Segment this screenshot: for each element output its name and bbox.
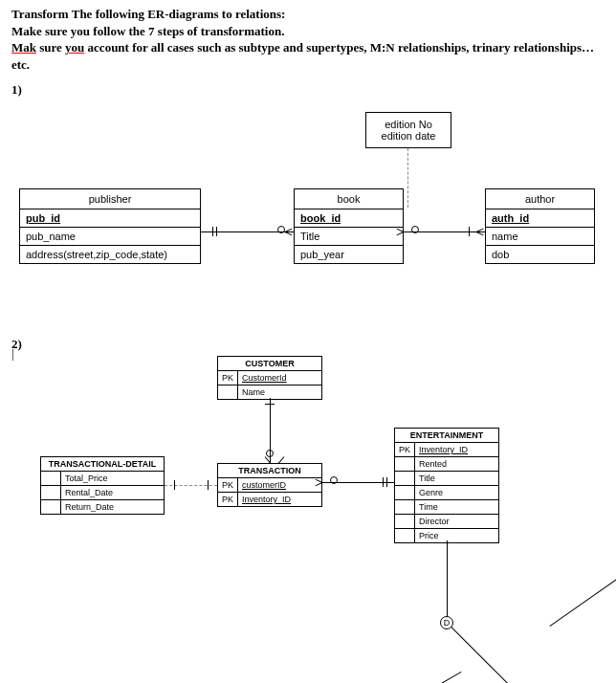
edition-no: edition No [374, 119, 443, 130]
ent-title: ENTERTAINMENT [394, 428, 499, 443]
author-name: name [486, 227, 594, 245]
publisher-name: pub_name [20, 227, 200, 245]
tdetail-return: Return_Date [61, 500, 165, 515]
er-diagram-2: | CUSTOMER PKCustomerId Name TRANSACTION… [11, 356, 605, 683]
customer-title: CUSTOMER [217, 356, 322, 371]
entity-customer: CUSTOMER PKCustomerId Name [217, 356, 322, 400]
author-pk: auth_id [486, 209, 594, 227]
book-title: book [295, 189, 403, 209]
dashed-connector [407, 148, 408, 208]
publisher-pk: pub_id [20, 209, 200, 227]
instr-line3d: account for all cases such as subtype an… [11, 40, 594, 72]
tdetail-price: Total_Price [61, 472, 165, 486]
ent-rented: Rented [415, 457, 499, 472]
author-dob: dob [486, 245, 594, 263]
ent-titleattr: Title [415, 472, 499, 486]
instr-you: you [65, 40, 84, 55]
customer-pk-label: PK [217, 371, 238, 386]
card-notch-3 [469, 227, 470, 236]
text-cursor: | [11, 346, 14, 362]
author-title: author [486, 189, 594, 209]
zero-circle-ct [266, 450, 274, 457]
book-pk: book_id [295, 209, 403, 227]
card-notch-1 [212, 227, 213, 236]
customer-pk: CustomerId [238, 371, 322, 386]
trans-pk1-label: PK [217, 478, 238, 493]
edition-date: edition date [374, 130, 443, 142]
entity-book: book book_id Title pub_year [294, 188, 404, 264]
ent-price: Price [415, 529, 499, 543]
ent-genre: Genre [415, 486, 499, 500]
trans-pk2: Inventory_ID [238, 493, 322, 507]
diag-movie [549, 562, 616, 627]
ent-director: Director [415, 515, 499, 529]
notch-ent1 [383, 477, 384, 487]
entity-author: author auth_id name dob [485, 188, 595, 264]
instr-line3b: sure [36, 40, 65, 55]
er-diagram-1: edition No edition date publisher pub_id… [11, 98, 605, 327]
diag-tvshow [451, 627, 518, 683]
instr-line1: Transform The following ER-diagrams to r… [11, 7, 285, 21]
entity-publisher: publisher pub_id pub_name address(street… [19, 188, 201, 264]
question-1-label: 1) [11, 82, 605, 98]
trans-pk1: customerID [238, 478, 322, 493]
notch-td1 [174, 480, 175, 490]
notch-cust [265, 404, 275, 405]
instr-line2: Make sure you follow the 7 steps of tran… [11, 24, 284, 38]
publisher-title: publisher [20, 189, 200, 209]
weak-entity-edition: edition No edition date [365, 112, 451, 148]
question-2-label: 2) [11, 337, 605, 352]
ent-pk-label: PK [394, 443, 415, 457]
book-pubyear: pub_year [295, 245, 403, 263]
dash-tdetail-trans [165, 485, 217, 486]
entity-transaction: TRANSACTION PKcustomerID PKInventory_ID [217, 463, 322, 507]
book-title-attr: Title [295, 227, 403, 245]
card-notch-2 [216, 227, 217, 236]
ent-time: Time [415, 500, 499, 515]
publisher-address: address(street,zip_code,state) [20, 245, 200, 263]
tdetail-title: TRANSACTIONAL-DETAIL [40, 456, 165, 472]
disc-label: D [444, 618, 451, 628]
notch-ent2 [386, 477, 387, 487]
transaction-title: TRANSACTION [217, 463, 322, 478]
entity-transactional-detail: TRANSACTIONAL-DETAIL Total_Price Rental_… [40, 456, 165, 515]
tdetail-rental: Rental_Date [61, 486, 165, 500]
ent-pk: Inventory_ID [415, 443, 499, 457]
instr-mak: Mak [11, 40, 36, 55]
trans-pk2-label: PK [217, 493, 238, 507]
customer-name: Name [238, 386, 322, 400]
line-disc-movie [362, 672, 461, 683]
line-ent-disc [447, 540, 448, 617]
entity-entertainment: ENTERTAINMENT PKInventory_ID Rented Titl… [394, 428, 499, 543]
notch-td2 [208, 480, 209, 490]
instructions-block: Transform The following ER-diagrams to r… [11, 6, 605, 73]
